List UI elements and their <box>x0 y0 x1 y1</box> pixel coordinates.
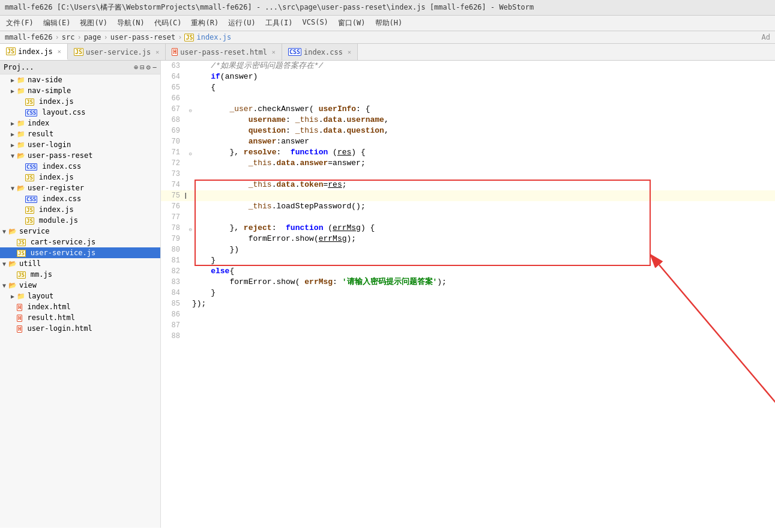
menu-navigate[interactable]: 导航(N) <box>113 17 148 29</box>
tab-close-1[interactable]: ✕ <box>58 48 61 55</box>
css-icon-layout <box>25 109 37 116</box>
tab-index-css[interactable]: CSS index.css ✕ <box>282 44 358 60</box>
tree-item-navsimp-layoutcss[interactable]: layout.css <box>0 107 160 118</box>
tree-item-upr-indexcss[interactable]: index.css <box>0 161 160 172</box>
menu-edit[interactable]: 编辑(E) <box>40 17 74 29</box>
tree-item-userloginhtml[interactable]: user-login.html <box>0 323 160 334</box>
code-line-77: 77 <box>161 212 775 223</box>
tab-user-service-js[interactable]: JS user-service.js ✕ <box>68 44 166 60</box>
menu-window[interactable]: 窗口(W) <box>334 17 369 29</box>
tree-item-user-register[interactable]: 📂 user-register <box>0 183 160 193</box>
js-icon-navsimp-index <box>25 98 34 106</box>
gutter-66 <box>184 93 192 104</box>
tree-item-nav-side[interactable]: 📁 nav-side <box>0 74 160 85</box>
tree-item-utill[interactable]: 📂 utill <box>0 258 160 269</box>
sidebar-collapse-icon[interactable]: ⊟ <box>140 63 144 71</box>
menu-view[interactable]: 视图(V) <box>76 17 111 29</box>
code-text-78: }, reject: function (errMsg) { <box>192 223 775 234</box>
tab-js-icon-2: JS <box>74 48 83 56</box>
gutter-87 <box>184 320 192 331</box>
label-nav-simple: nav-simple <box>28 86 71 95</box>
arrow-utill <box>0 261 8 267</box>
line-num-88: 88 <box>161 331 184 342</box>
arrow-result <box>8 131 17 138</box>
tree-item-upr-indexjs[interactable]: index.js <box>0 172 160 183</box>
menu-code[interactable]: 代码(C) <box>151 17 185 29</box>
code-line-76: 76 _this.loadStepPassword(); <box>161 201 775 212</box>
main-area: Proj... ⊕ ⊟ ⚙ − 📁 nav-side 📁 na <box>0 61 775 528</box>
tree-item-navsimp-indexjs[interactable]: index.js <box>0 96 160 107</box>
sidebar-minimize-icon[interactable]: − <box>152 63 157 71</box>
breadcrumb-src[interactable]: src <box>62 33 75 41</box>
tree-item-user-login[interactable]: 📁 user-login <box>0 139 160 150</box>
sidebar-settings-icon[interactable]: ⚙ <box>146 63 151 71</box>
menu-tools[interactable]: 工具(I) <box>262 17 297 29</box>
sidebar-header: Proj... ⊕ ⊟ ⚙ − <box>0 61 160 74</box>
sidebar-add-icon[interactable]: ⊕ <box>134 63 138 71</box>
menu-file[interactable]: 文件(F) <box>2 17 37 29</box>
menu-refactor[interactable]: 重构(R) <box>187 17 222 29</box>
gutter-70 <box>184 136 192 147</box>
code-line-74: 74 _this.data.token=res; <box>161 180 775 190</box>
tree-item-view[interactable]: 📂 view <box>0 280 160 291</box>
code-lines[interactable]: 63 /*如果提示密码问题答案存在*/ 64 if(answer) 65 { <box>161 61 775 528</box>
tab-close-2[interactable]: ✕ <box>155 49 159 55</box>
code-line-87: 87 <box>161 320 775 331</box>
tree-item-ur-indexjs[interactable]: index.js <box>0 204 160 215</box>
menu-help[interactable]: 帮助(H) <box>372 17 406 29</box>
tree-item-ur-indexcss[interactable]: index.css <box>0 193 160 204</box>
html-icon-index <box>17 303 22 311</box>
label-ur-indexjs: index.js <box>39 205 74 214</box>
breadcrumb-page[interactable]: page <box>84 33 101 41</box>
tree-item-layout[interactable]: 📁 layout <box>0 291 160 301</box>
tree-item-index[interactable]: 📁 index <box>0 118 160 128</box>
label-upr-indexjs: index.js <box>39 173 74 181</box>
tab-close-3[interactable]: ✕ <box>272 49 276 55</box>
label-userloginhtml: user-login.html <box>27 324 92 333</box>
tree-item-mmjs[interactable]: mm.js <box>0 269 160 280</box>
tree-item-result[interactable]: 📁 result <box>0 128 160 139</box>
tab-close-4[interactable]: ✕ <box>348 49 351 55</box>
line-num-68: 68 <box>161 115 184 125</box>
tree-item-user-service[interactable]: user-service.js <box>0 247 160 258</box>
tree-item-nav-simple[interactable]: 📁 nav-simple <box>0 85 160 96</box>
folder-icon-view: 📂 <box>8 282 17 289</box>
gutter-64 <box>184 71 192 82</box>
gutter-85 <box>184 298 192 309</box>
sidebar: Proj... ⊕ ⊟ ⚙ − 📁 nav-side 📁 na <box>0 61 161 528</box>
menu-run[interactable]: 运行(U) <box>225 17 259 29</box>
arrow-user-pass-reset <box>8 153 17 159</box>
label-upr-indexcss: index.css <box>42 162 81 171</box>
code-text-80: }) <box>192 244 775 255</box>
tree-item-modulejs[interactable]: module.js <box>0 215 160 226</box>
tab-user-pass-reset-html[interactable]: H user-pass-reset.html ✕ <box>166 44 282 60</box>
tree-item-resulthtml[interactable]: result.html <box>0 312 160 323</box>
line-num-86: 86 <box>161 309 184 320</box>
line-num-67: 67 <box>161 104 184 115</box>
tree-item-cart-service[interactable]: cart-service.js <box>0 237 160 247</box>
code-container[interactable]: 63 /*如果提示密码问题答案存在*/ 64 if(answer) 65 { <box>161 61 775 528</box>
breadcrumb-user-pass-reset[interactable]: user-pass-reset <box>110 33 175 41</box>
tab-index-js[interactable]: JS index.js ✕ <box>0 44 68 60</box>
gutter-79 <box>184 234 192 244</box>
gutter-86 <box>184 309 192 320</box>
code-text-74: _this.data.token=res; <box>192 180 775 190</box>
menu-vcs[interactable]: VCS(S) <box>299 17 332 29</box>
tab-css-icon-4: CSS <box>288 48 301 56</box>
code-text-69: question: _this.data.question, <box>192 125 775 136</box>
tree-item-user-pass-reset[interactable]: 📂 user-pass-reset <box>0 150 160 161</box>
tab-html-icon-3: H <box>172 48 178 56</box>
code-text-77 <box>192 212 775 223</box>
line-num-71: 71 <box>161 147 184 158</box>
editor-area[interactable]: 63 /*如果提示密码问题答案存在*/ 64 if(answer) 65 { <box>161 61 775 528</box>
line-num-83: 83 <box>161 277 184 288</box>
breadcrumb-file[interactable]: index.js <box>196 33 231 41</box>
code-line-71: 71 ⊖ }, resolve: function (res) { <box>161 147 775 158</box>
tree-item-service[interactable]: 📂 service <box>0 226 160 237</box>
breadcrumb-project[interactable]: mmall-fe626 <box>5 33 52 41</box>
gutter-74 <box>184 180 192 190</box>
code-text-68: username: _this.data.username, <box>192 115 775 125</box>
folder-icon-nav-side: 📁 <box>17 76 25 84</box>
tree-item-indexhtml[interactable]: index.html <box>0 301 160 312</box>
arrow-user-login <box>8 142 17 148</box>
